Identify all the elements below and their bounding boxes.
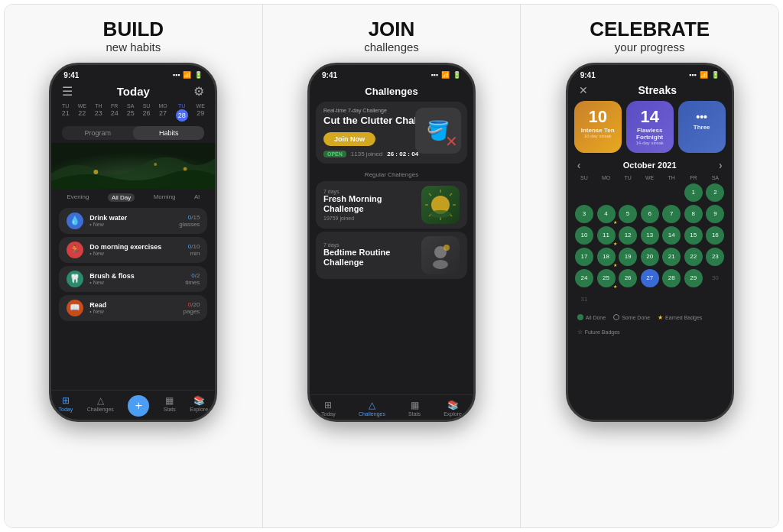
legend-dot-earned: ★ [658,314,663,321]
cal-day-19[interactable]: 19 [619,248,637,266]
cal-day-26[interactable]: 26 [619,269,637,287]
nav2-explore[interactable]: 📚 Explore [443,400,462,417]
legend-label-earned: Earned Badges [665,315,702,320]
nav-fab[interactable]: + [128,395,149,417]
join-title: JOIN [369,18,415,41]
cal-day-3[interactable]: 3 [575,205,593,223]
habit-item-floss[interactable]: 🦷 Brush & floss • New 0/2times [59,266,207,292]
filter-morning[interactable]: Morning [154,193,176,202]
cal-day-18[interactable]: 18 [597,248,616,266]
nav2-today[interactable]: ⊞ Today [321,400,336,417]
filter-allday[interactable]: All Day [108,193,135,202]
cal-day-6[interactable]: 6 [641,205,659,223]
habit-icon-read: 📖 [67,300,83,316]
cal-day-13[interactable]: 13 [641,226,659,245]
build-subtitle: new habits [106,41,161,54]
bottom-nav-2: ⊞ Today △ Challenges ▦ Stats 📚 Explore [310,394,473,420]
habit-progress-exercise: 0/10min [188,243,200,257]
challenge-morning-joined: 19759 joined [323,216,415,221]
tab-row: Program Habits [62,126,204,140]
filter-evening[interactable]: Evening [67,193,89,202]
week-day: SA25 [127,103,135,122]
habit-sub-exercise: • New [89,251,181,256]
cal-day-25[interactable]: 25 [597,269,616,287]
week-day: FR24 [111,103,119,122]
streak-name-1: Intense Ten [581,127,615,134]
cal-day-21[interactable]: 21 [662,248,681,266]
cal-day-10[interactable]: 10 [575,226,593,245]
cal-day-20[interactable]: 20 [641,248,659,266]
streak-badge-intense-ten: 10 Intense Ten 10-day streak [574,101,622,153]
cal-day-2[interactable]: 2 [706,183,724,202]
cal-day-22[interactable]: 22 [684,248,703,266]
cal-day-12[interactable]: 12 [619,226,637,245]
cal-day-15[interactable]: 15 [684,226,703,245]
cal-day-7[interactable]: 7 [662,205,681,223]
cal-day-16[interactable]: 16 [706,226,724,245]
fab-button[interactable]: + [128,395,149,417]
habit-icon-floss: 🦷 [67,271,83,287]
time-1: 9:41 [63,71,79,79]
nav-challenges[interactable]: △ Challenges [87,395,114,417]
legend-label-somedone: Some Done [622,315,650,320]
week-day-active[interactable]: TU28 [176,103,188,122]
join-now-button[interactable]: Join Now [323,132,375,146]
cal-day-5[interactable]: 5 [619,205,637,223]
habit-item-exercise[interactable]: 🏃 Do morning exercises • New 0/10min [59,237,207,263]
menu-icon[interactable]: ☰ [62,84,73,99]
nav-today[interactable]: ⊞ Today [59,395,73,417]
challenge-bedtime-img [421,236,460,274]
cal-day-11[interactable]: 11 [597,226,616,245]
cal-day-9[interactable]: 9 [706,205,724,223]
habit-sub-water: • New [89,222,173,227]
settings-icon[interactable]: ⚙ [193,84,204,99]
cal-day-27[interactable]: 27 [641,269,659,287]
challenge-morning[interactable]: 7 days Fresh Morning Challenge 19759 joi… [316,181,467,229]
wave-area [51,143,215,189]
challenges-screen-title: Challenges [310,83,473,102]
streaks-header: ✕ Streaks [568,83,732,101]
time-2: 9:41 [322,71,337,79]
build-phone: 9:41 ▪▪▪ 📶 🔋 ☰ Today ⚙ TU21 WE22 TH23 FR… [49,63,217,422]
section-label: Regular Challenges [310,171,473,178]
cal-day-17[interactable]: 17 [575,248,593,266]
habit-item-read[interactable]: 📖 Read • New 0/20pages [59,295,207,321]
cal-day-1[interactable]: 1 [684,183,703,202]
cal-day-4[interactable]: 4 [597,205,616,223]
habit-progress-read: 0/20pages [184,301,200,315]
cal-day-24[interactable]: 24 [575,269,593,287]
week-day: SU26 [143,103,151,122]
tab-habits[interactable]: Habits [133,126,204,140]
celebrate-subtitle: your progress [615,41,685,54]
tab-program[interactable]: Program [62,126,133,140]
nav-explore[interactable]: 📚 Explore [190,395,208,417]
habit-name-read: Read [89,301,177,309]
cal-day-28[interactable]: 28 [662,269,681,287]
nav2-stats[interactable]: ▦ Stats [408,400,421,417]
cal-day-14[interactable]: 14 [662,226,681,245]
svg-point-3 [184,167,187,170]
cal-day-8[interactable]: 8 [684,205,703,223]
habit-icon-exercise: 🏃 [67,242,83,258]
nav-stats[interactable]: ▦ Stats [164,395,176,417]
streak-num-3: ••• [696,112,707,122]
challenge-morning-name: Fresh Morning Challenge [323,194,415,214]
status-bar-2: 9:41 ▪▪▪ 📶 🔋 [310,65,473,83]
streak-badge-flawless: 14 Flawless Fortnight 14-day streak [626,101,674,153]
today-title: Today [117,85,150,98]
cal-next[interactable]: › [719,159,723,171]
challenge-morning-days: 7 days [323,189,415,194]
filter-al[interactable]: Al [194,193,200,202]
phone1-header: ☰ Today ⚙ [51,83,215,102]
close-icon[interactable]: ✕ [579,84,588,96]
week-day: WE22 [78,103,86,122]
streak-desc-1: 10-day streak [583,134,611,138]
status-icons-1: ▪▪▪ 📶 🔋 [173,71,203,79]
cal-day-29[interactable]: 29 [684,269,703,287]
join-phone: 9:41 ▪▪▪ 📶 🔋 Challenges 🪣 ✕ Real-time 7-… [307,63,476,422]
cal-day-23[interactable]: 23 [706,248,724,266]
habit-item-water[interactable]: 💧 Drink water • New 0/15glasses [59,208,207,234]
nav2-challenges[interactable]: △ Challenges [359,400,385,417]
cal-prev[interactable]: ‹ [577,159,581,171]
challenge-bedtime[interactable]: 7 days Bedtime Routine Challenge [316,232,467,279]
